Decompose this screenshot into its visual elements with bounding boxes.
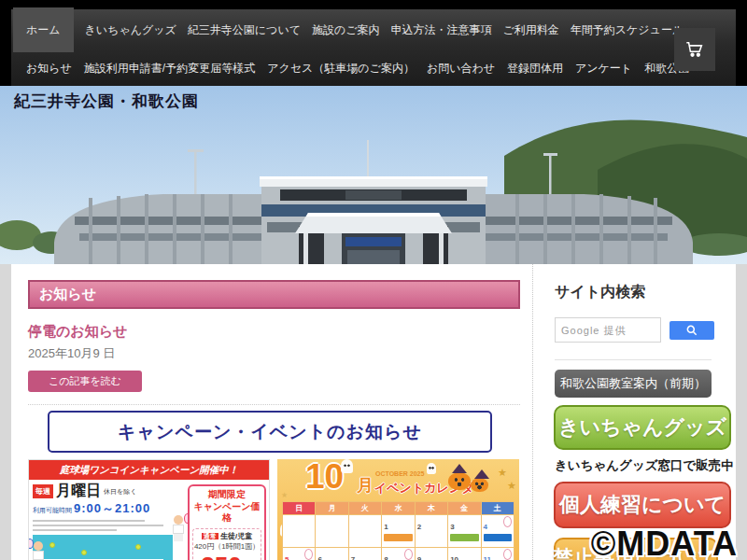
- racket-icon: [304, 549, 313, 560]
- pumpkin-icon: [471, 478, 488, 492]
- ghost-icon: [341, 459, 353, 473]
- nav-item[interactable]: 紀三井寺公園について: [188, 9, 301, 50]
- nav-row-1: ホームきいちゃんグッズ紀三井寺公園について施設のご案内申込方法・注意事項ご利用料…: [11, 9, 736, 50]
- news-widget: お知らせ 停電のお知らせ 2025年10月9 日 この記事を読む: [28, 280, 520, 405]
- nav-item[interactable]: 施設利用申請書/予約変更届等様式: [84, 50, 255, 86]
- calendar-day-header: 火: [349, 502, 381, 514]
- racket-icon: [503, 516, 512, 527]
- nav-item[interactable]: きいちゃんグッズ: [85, 9, 176, 50]
- search-form: [555, 317, 736, 343]
- nav-item[interactable]: お知らせ: [26, 50, 72, 86]
- article-title-link[interactable]: 停電のお知らせ: [28, 323, 520, 341]
- tennis-limited-label: 期間限定: [190, 489, 264, 501]
- calendar-cell: 5: [283, 548, 315, 560]
- calendar-cell: 2: [416, 515, 447, 547]
- content-area: お知らせ 停電のお知らせ 2025年10月9 日 この記事を読む キャンペーン・…: [0, 264, 747, 560]
- nav-item[interactable]: アンケート: [575, 50, 632, 86]
- calendar-cell: 1: [382, 515, 414, 547]
- calendar-date: 8: [384, 555, 388, 560]
- calendar-cell: 8: [382, 548, 414, 560]
- hero-image: 紀三井寺公園・和歌公園: [0, 86, 747, 264]
- tennis-kid-illustration: [31, 541, 46, 560]
- header-bar: ホームきいちゃんグッズ紀三井寺公園について施設のご案内申込方法・注意事項ご利用料…: [0, 0, 747, 86]
- tennis-except-label: 休日を除く: [104, 487, 136, 498]
- calendar-date: 2: [417, 523, 421, 531]
- cart-button[interactable]: [674, 28, 715, 71]
- calendar-date: 10: [450, 555, 458, 560]
- search-icon: [685, 324, 698, 337]
- calendar-cell: [316, 515, 347, 547]
- fine-print-line: [33, 520, 145, 522]
- flyer-row: 庭球場ワンコインキャンペーン開催中！ 毎週 月曜日 休日を除く 利用可能時間 9…: [28, 459, 520, 560]
- calendar-date: 7: [351, 555, 355, 560]
- stadium-photo: [0, 86, 747, 264]
- calendar-subtitle: OCTOBER 2025: [375, 470, 424, 477]
- site-search-heading: サイト内検索: [555, 283, 736, 302]
- nav-item[interactable]: 施設のご案内: [312, 9, 380, 50]
- tennis-hours-label: 利用可能時間: [33, 507, 72, 513]
- star-decoration: ★: [498, 467, 507, 479]
- fine-print-line: [33, 529, 117, 531]
- calendar-cell: 3: [448, 515, 480, 547]
- search-input[interactable]: [555, 317, 661, 343]
- calendar-cell: 10: [448, 548, 480, 560]
- calendar-cell: 9: [416, 548, 447, 560]
- calendar-cell: 11: [482, 548, 514, 560]
- event-calendar-flyer[interactable]: 10 月 OCTOBER 2025 イベントカレンダー ★ ★: [277, 459, 519, 560]
- tennis-price-box: 期間限定 キャンペーン価格 通常 生徒/児童 420円（1時間1面）: [188, 484, 266, 560]
- calendar-cell: 6: [316, 548, 347, 560]
- goods-sale-note: きいちゃんグッズ窓口で販売中: [555, 457, 734, 474]
- sidebar-divider: [555, 359, 712, 360]
- content-wrapper: お知らせ 停電のお知らせ 2025年10月9 日 この記事を読む キャンペーン・…: [11, 264, 736, 560]
- calendar-cell: 4: [482, 515, 514, 547]
- tennis-price-label: キャンペーン価格: [190, 501, 264, 525]
- ghost-icon: [427, 463, 436, 474]
- calendar-header: 10 月 OCTOBER 2025 イベントカレンダー: [277, 459, 519, 498]
- nav-item[interactable]: 申込方法・注意事項: [391, 9, 492, 50]
- personal-practice-button[interactable]: 個人練習について: [554, 482, 731, 528]
- tennis-usual-target: 生徒/児童: [220, 532, 252, 540]
- calendar-day-header: 月: [316, 502, 347, 514]
- nav-item[interactable]: ご利用料金: [503, 9, 559, 50]
- calendar-cell: [283, 515, 315, 547]
- tennis-court-illustration: [33, 535, 173, 560]
- nav-item[interactable]: 登録団体用: [507, 50, 563, 86]
- nav-item[interactable]: お問い合わせ: [427, 50, 495, 86]
- main-navigation: ホームきいちゃんグッズ紀三井寺公園について施設のご案内申込方法・注意事項ご利用料…: [11, 9, 736, 86]
- page: ホームきいちゃんグッズ紀三井寺公園について施設のご案内申込方法・注意事項ご利用料…: [0, 0, 747, 560]
- calendar-grid: 日月火水木金土123456789101112131415161718: [282, 501, 514, 560]
- calendar-date: 4: [484, 523, 487, 531]
- nav-item[interactable]: アクセス（駐車場のご案内）: [267, 50, 415, 86]
- read-article-button[interactable]: この記事を読む: [28, 371, 142, 392]
- calendar-date: 11: [484, 555, 491, 560]
- calendar-day-header: 土: [482, 502, 514, 514]
- calendar-day-header: 水: [382, 502, 414, 514]
- class-info-button[interactable]: 和歌公園教室案内（前期）: [555, 370, 712, 398]
- tennis-kid-illustration: [171, 515, 186, 543]
- tennis-flyer-left: 毎週 月曜日 休日を除く 利用可能時間 9:00～21:00: [33, 483, 184, 560]
- star-decoration: ★: [281, 491, 288, 499]
- news-section-title: お知らせ: [39, 286, 96, 303]
- racket-icon: [503, 549, 512, 560]
- calendar-day-header: 日: [283, 502, 315, 514]
- campaign-banner[interactable]: キャンペーン・イベントのお知らせ: [48, 411, 492, 453]
- calendar-day-header: 金: [448, 502, 480, 514]
- nav-item[interactable]: 年間予約スケジュール: [571, 9, 684, 50]
- calendar-date: 1: [384, 523, 388, 531]
- calendar-date: 5: [285, 555, 289, 560]
- calendar-date: 3: [450, 523, 454, 531]
- search-button[interactable]: [669, 321, 714, 340]
- nav-item[interactable]: ホーム: [13, 7, 74, 52]
- calendar-cell: [349, 515, 381, 547]
- sidebar: サイト内検索 和歌公園教室案内（前期） きいちゃんグッズ きいちゃんグッズ窓口で…: [532, 264, 736, 560]
- tennis-campaign-price: 250: [201, 552, 241, 560]
- main-column: お知らせ 停電のお知らせ 2025年10月9 日 この記事を読む キャンペーン・…: [28, 280, 520, 560]
- calendar-date: 6: [317, 555, 321, 560]
- tennis-usual-price: 420円（1時間1面）: [193, 541, 261, 552]
- goods-button[interactable]: きいちゃんグッズ: [554, 405, 731, 450]
- news-section-header: お知らせ: [28, 280, 520, 309]
- site-title[interactable]: 紀三井寺公園・和歌公園: [14, 91, 199, 112]
- tennis-campaign-flyer[interactable]: 庭球場ワンコインキャンペーン開催中！ 毎週 月曜日 休日を除く 利用可能時間 9…: [28, 459, 270, 560]
- fine-print-line: [33, 525, 163, 526]
- tennis-flyer-headline: 庭球場ワンコインキャンペーン開催中！: [29, 460, 269, 480]
